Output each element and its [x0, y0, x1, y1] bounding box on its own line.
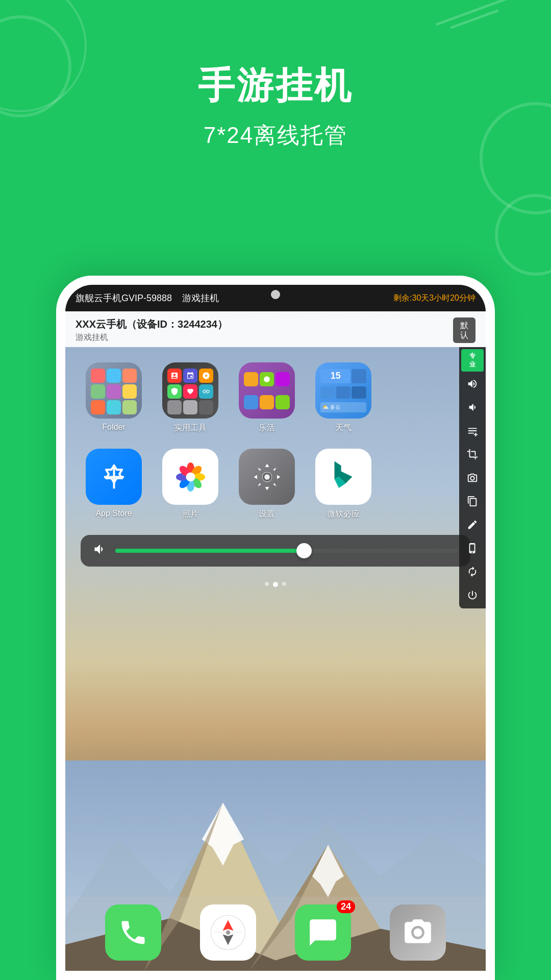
menu-add-icon — [467, 425, 478, 436]
tool-mini-6 — [199, 384, 213, 399]
svg-point-9 — [264, 376, 270, 382]
lehuo-mini-1 — [244, 372, 258, 386]
camera-dock-icon — [402, 917, 434, 948]
dock-messages[interactable]: 24 — [295, 904, 351, 961]
lehuo-mini-4 — [244, 395, 258, 409]
folder-mini-8 — [107, 400, 121, 414]
app-item-weather[interactable]: 15 ⛅ 多云 天气 — [305, 357, 382, 438]
status-mode: 游戏挂机 — [182, 292, 219, 304]
volume-slider-fill — [115, 549, 304, 553]
tool-mini-3 — [199, 369, 213, 383]
sidebar-btn-power[interactable] — [461, 584, 484, 606]
folder-mini-5 — [107, 384, 121, 399]
sidebar-btn-pro[interactable]: 专业 — [461, 349, 484, 372]
cloud-header: XXX云手机（设备ID：3244234） 游戏挂机 默认 — [65, 311, 486, 347]
app-item-bing[interactable]: 微软必应 — [305, 444, 382, 525]
bing-svg — [328, 459, 359, 495]
appstore-icon — [86, 449, 142, 505]
svg-point-29 — [226, 930, 230, 935]
page-dots — [65, 572, 486, 592]
sub-title: 7*24离线托管 — [0, 120, 551, 151]
bg-circle-4 — [495, 194, 551, 276]
bing-icon — [315, 449, 371, 505]
phone-outline-icon — [467, 543, 478, 554]
volume-up-icon — [467, 378, 478, 389]
lehuo-mini-6 — [276, 395, 290, 409]
weather-mini-2 — [352, 369, 366, 383]
app-item-appstore[interactable]: App Store — [76, 444, 152, 525]
cloud-title: XXX云手机（设备ID：3244234） — [76, 317, 453, 331]
weather-mini-4 — [336, 386, 351, 399]
app-item-tools[interactable]: 实用工具 — [152, 357, 229, 438]
photos-svg — [171, 458, 210, 496]
crop-icon — [467, 449, 478, 460]
app-label-bing: 微软必应 — [327, 509, 360, 520]
phone-mockup: 旗舰云手机GVIP-59888 游戏挂机 剩余:30天3小时20分钟 XXX云手… — [56, 276, 495, 980]
photos-icon — [162, 449, 218, 505]
tool-mini-5 — [183, 384, 197, 399]
lehuo-icon — [239, 362, 295, 419]
settings-svg — [251, 460, 284, 494]
sidebar-btn-file[interactable] — [461, 490, 484, 512]
volume-down-icon — [467, 402, 478, 413]
folder-mini-7 — [91, 400, 105, 414]
dock-phone[interactable] — [105, 904, 161, 961]
phone-screen[interactable]: 旗舰云手机GVIP-59888 游戏挂机 剩余:30天3小时20分钟 XXX云手… — [65, 285, 486, 971]
app-item-settings[interactable]: 设置 — [229, 444, 305, 525]
app-label-weather: 天气 — [335, 423, 352, 433]
sidebar-btn-edit[interactable] — [461, 513, 484, 536]
file-icon — [467, 496, 478, 507]
dock-camera[interactable] — [390, 904, 446, 961]
lehuo-mini-3 — [276, 372, 290, 386]
cloud-title-section: XXX云手机（设备ID：3244234） 游戏挂机 — [76, 317, 453, 343]
sidebar-btn-phone[interactable] — [461, 537, 484, 559]
svg-point-20 — [186, 472, 195, 481]
sidebar-btn-vol-up[interactable] — [461, 373, 484, 395]
app-label-lehuo: 乐活 — [259, 423, 275, 433]
folder-icon — [86, 362, 142, 419]
weather-mini-1: 15 — [320, 369, 350, 383]
page-dot-3[interactable] — [282, 582, 286, 586]
app-item-lehuo[interactable]: 乐活 — [229, 357, 305, 438]
sidebar-btn-vol-down[interactable] — [461, 396, 484, 419]
screenshot-icon — [467, 472, 478, 483]
folder-mini-9 — [122, 400, 137, 414]
app-item-folder[interactable]: Folder — [76, 357, 152, 438]
appstore-svg — [97, 460, 131, 494]
dock-safari[interactable] — [200, 904, 256, 961]
folder-mini-2 — [107, 369, 121, 383]
phone-dock-icon — [118, 917, 148, 948]
app-item-photos[interactable]: 照片 — [152, 444, 229, 525]
edit-icon — [467, 519, 478, 530]
tool-mini-8 — [183, 400, 197, 414]
tool-mini-4 — [167, 384, 182, 399]
messages-dock-icon — [307, 917, 339, 948]
volume-slider-track[interactable] — [115, 549, 458, 553]
cloud-subtitle: 游戏挂机 — [76, 332, 453, 343]
safari-dock-icon — [210, 915, 246, 950]
sidebar-label-pro: 专业 — [469, 352, 475, 369]
front-camera — [271, 290, 280, 299]
app-row-2: App Store — [76, 444, 475, 525]
status-remaining: 剩余:30天3小时20分钟 — [393, 293, 475, 304]
page-dot-2[interactable] — [273, 582, 278, 587]
folder-mini-1 — [91, 369, 105, 383]
screen-main: 专业 — [65, 347, 486, 971]
tools-icon — [162, 362, 218, 419]
app-label-tools: 实用工具 — [174, 423, 207, 433]
volume-slider-thumb[interactable] — [296, 543, 312, 558]
sidebar-btn-rotate[interactable] — [461, 560, 484, 583]
weather-mini-5 — [352, 386, 366, 399]
weather-mini-3 — [320, 386, 335, 399]
sidebar-btn-menu[interactable] — [461, 420, 484, 442]
page-dot-1[interactable] — [265, 582, 269, 586]
volume-icon — [93, 542, 107, 559]
folder-mini-6 — [122, 384, 137, 399]
sidebar-btn-screenshot[interactable] — [461, 467, 484, 489]
lehuo-mini-2 — [260, 372, 274, 386]
tool-mini-2 — [183, 369, 197, 383]
right-sidebar: 专业 — [459, 347, 486, 608]
screen-content: 旗舰云手机GVIP-59888 游戏挂机 剩余:30天3小时20分钟 XXX云手… — [65, 285, 486, 971]
default-button[interactable]: 默认 — [453, 317, 475, 343]
sidebar-btn-crop[interactable] — [461, 443, 484, 465]
